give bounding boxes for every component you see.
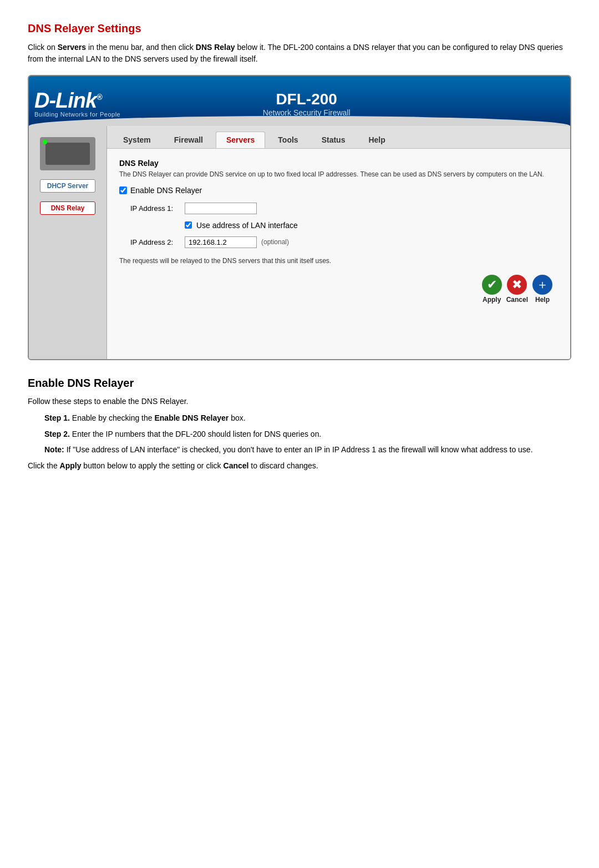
cancel-button[interactable]: ✖ Cancel bbox=[506, 275, 528, 304]
form-section-title: DNS Relay bbox=[119, 159, 558, 168]
device-model: DFL-200 bbox=[263, 90, 351, 108]
step-1-text: Enable by checking the Enable DNS Relaye… bbox=[72, 413, 246, 422]
ip2-input[interactable] bbox=[185, 236, 257, 248]
footer-text: Click the Apply button below to apply th… bbox=[28, 460, 571, 472]
note-text: Note: If "Use address of LAN interface" … bbox=[44, 443, 571, 456]
help-icon: ＋ bbox=[532, 275, 552, 295]
device-header: D‑Link® Building Networks for People DFL… bbox=[29, 76, 570, 126]
nav-servers[interactable]: Servers bbox=[216, 132, 265, 148]
nav-tools[interactable]: Tools bbox=[267, 132, 308, 148]
dlink-logo-main: D‑Link® bbox=[34, 90, 120, 111]
form-section-desc: The DNS Relayer can provide DNS service … bbox=[119, 170, 558, 179]
step-2: Step 2. Enter the IP numbers that the DF… bbox=[44, 428, 571, 440]
enable-dns-checkbox[interactable] bbox=[119, 186, 127, 194]
device-title-block: DFL-200 Network Security Firewall bbox=[263, 90, 351, 117]
enable-dns-row: Enable DNS Relayer bbox=[119, 186, 558, 195]
step-1-label: Step 1. bbox=[44, 413, 70, 422]
apply-button[interactable]: ✔ Apply bbox=[482, 275, 502, 304]
dns-relay-form: Enable DNS Relayer IP Address 1: Use add… bbox=[119, 186, 558, 250]
cancel-icon: ✖ bbox=[507, 275, 527, 295]
use-lan-checkbox[interactable] bbox=[185, 221, 192, 229]
enable-section-heading: Enable DNS Relayer bbox=[28, 377, 571, 390]
apply-icon: ✔ bbox=[482, 275, 502, 295]
ip1-label: IP Address 1: bbox=[130, 204, 180, 213]
nav-bar: System Firewall Servers Tools Status Hel… bbox=[107, 126, 570, 149]
device-sidebar: DHCP Server DNS Relay bbox=[29, 126, 106, 359]
page-title: DNS Relayer Settings bbox=[28, 22, 571, 35]
device-main: System Firewall Servers Tools Status Hel… bbox=[106, 126, 570, 359]
use-lan-label: Use address of LAN interface bbox=[196, 221, 298, 230]
ip1-input[interactable] bbox=[185, 203, 257, 214]
step-1: Step 1. Enable by checking the Enable DN… bbox=[44, 412, 571, 424]
nav-system[interactable]: System bbox=[113, 132, 161, 148]
nav-firewall[interactable]: Firewall bbox=[164, 132, 214, 148]
enable-dns-label: Enable DNS Relayer bbox=[130, 186, 202, 195]
help-button[interactable]: ＋ Help bbox=[532, 275, 552, 304]
dlink-logo: D‑Link® Building Networks for People bbox=[34, 90, 120, 118]
step-2-label: Step 2. bbox=[44, 430, 70, 438]
step-2-text: Enter the IP numbers that the DFL-200 sh… bbox=[72, 430, 322, 438]
use-lan-row: Use address of LAN interface bbox=[130, 221, 558, 230]
help-label: Help bbox=[535, 296, 550, 304]
sidebar-btn-dns-relay[interactable]: DNS Relay bbox=[40, 201, 95, 215]
ip2-row: IP Address 2: (optional) bbox=[130, 236, 558, 248]
cancel-label: Cancel bbox=[506, 296, 528, 304]
apply-label: Apply bbox=[483, 296, 501, 304]
ip2-optional: (optional) bbox=[261, 238, 289, 246]
note-body: If "Use address of LAN interface" is che… bbox=[67, 445, 533, 454]
nav-help[interactable]: Help bbox=[358, 132, 395, 148]
ip2-label: IP Address 2: bbox=[130, 238, 180, 246]
content-panel: DNS Relay The DNS Relayer can provide DN… bbox=[107, 149, 570, 359]
nav-status[interactable]: Status bbox=[311, 132, 356, 148]
device-frame: D‑Link® Building Networks for People DFL… bbox=[28, 75, 571, 360]
intro-text: Click on Servers in the menu bar, and th… bbox=[28, 42, 571, 65]
dlink-logo-sub: Building Networks for People bbox=[34, 111, 120, 118]
enable-section-intro: Follow these steps to enable the DNS Rel… bbox=[28, 395, 571, 407]
sidebar-btn-dhcp[interactable]: DHCP Server bbox=[40, 179, 95, 193]
relay-note: The requests will be relayed to the DNS … bbox=[119, 257, 558, 265]
router-image bbox=[40, 137, 95, 170]
note-label: Note: bbox=[44, 445, 64, 454]
action-row: ✔ Apply ✖ Cancel ＋ Help bbox=[119, 275, 558, 304]
device-body: DHCP Server DNS Relay System Firewall Se… bbox=[29, 126, 570, 359]
ip1-row: IP Address 1: bbox=[130, 203, 558, 214]
